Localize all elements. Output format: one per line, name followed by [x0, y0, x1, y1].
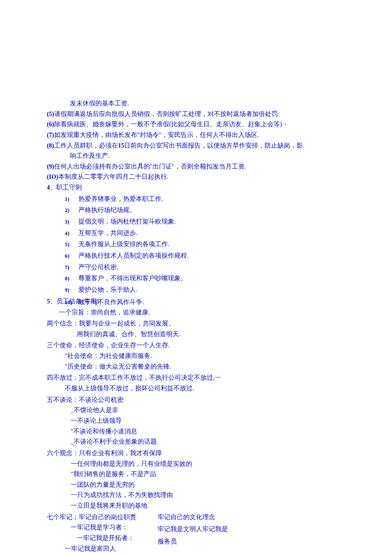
- item-5-continuation: 发未休假的基本工资.: [47, 98, 345, 109]
- rule-item: 7)严守公司机密.: [65, 262, 345, 273]
- rule-item: 4)互帮互学，共同进步.: [65, 228, 345, 238]
- motto-5: 五不谈论：不谈论公司机密 _不馔论他人是非 一不谈论上级领导 "不谈论和传播小道…: [47, 395, 345, 447]
- item-6: (6) 除看病就医、婚丧嫁娶外，一般不予准假(比如父母生日、走亲访友、赶集上会等…: [47, 119, 345, 130]
- item-text: 工作人员群职，必须在15日前向办公室写出书面报告，以便场方早作安排，防止缺岗，影: [54, 140, 345, 151]
- section-4-heading: 4 、 职工守则: [47, 182, 345, 193]
- item-text: 本制度从二零零六年四月二十日起执行.: [58, 171, 345, 182]
- section-sep: 、: [50, 182, 56, 193]
- section-5-heading: 5 、 员工信条(常用): [47, 296, 99, 307]
- item-9: (9) 任何人出场必须持有办公室出具的"出门证"，否则全额扣发当月工资.: [47, 161, 345, 172]
- item-text: 任何人出场必须持有办公室出具的"出门证"，否则全额扣发当月工资.: [54, 161, 345, 172]
- motto-6: 六个观念：只有企业有利润，我才有保障 一任何理由都是无理的，只有业绩是实效的 "…: [47, 448, 345, 511]
- rule-item: 6)严格执行技术人员制定的各项操作规程.: [65, 250, 345, 261]
- section-5-overlap: 10) 敢于与不良作风作斗争. 5 、 员工信条(常用): [47, 296, 345, 306]
- motto-3: 三个使命，经济使命，企业生存一个人生存. "社会使命：为社会健康而服务. "历史…: [47, 340, 345, 372]
- rule-item: 5)无条件服从上级安排的各项工作.: [65, 239, 345, 250]
- item-num: (5): [47, 109, 54, 119]
- section-title: 职工守则: [56, 182, 82, 193]
- motto-2: 两个信念：我要与企业一起成长，共同发展。 用我们的真诚、合作、智慧创造明天.: [47, 318, 345, 339]
- item-10: (IO) 本制度从二零零六年四月二十日起执行.: [47, 171, 345, 182]
- section-num: 4: [47, 182, 50, 193]
- motto-1: 一个宗旨：崇尚自然，追求健康.: [47, 307, 345, 318]
- item-8-cont: 响工作及生产.: [47, 151, 345, 161]
- item-num: (8): [47, 140, 54, 151]
- rule-item: 3)提倡文明，场内杜绝打架斗欧现象.: [65, 216, 345, 227]
- item-5: (5) 请假期满返场后应向批假人员销假，否则按旷工处理，对不按时返场者加倍处罚.: [47, 109, 345, 119]
- item-num: (7): [47, 130, 54, 140]
- item-text: 如发现重大疫情，由场长发布"封场令"，安民告示，任何人不得出入场区.: [54, 130, 345, 140]
- rule-item: 1)热爱养猪事业，热爱本职工作.: [65, 194, 345, 204]
- item-num: (9): [47, 161, 54, 172]
- rule-item: 9)爱护公物，乐于助人.: [65, 285, 345, 295]
- item-7: (7) 如发现重大疫情，由场长发布"封场令"，安民告示，任何人不得出入场区.: [47, 130, 345, 140]
- item-num: (6): [47, 119, 54, 130]
- item-text: 请假期满返场后应向批假人员销假，否则按旷工处理，对不按时返场者加倍处罚.: [54, 109, 345, 119]
- rule-item: 2)严格执行场纪场规。: [65, 205, 345, 215]
- motto-4: 四不放过：完不成本职工作不放过，不执行公司决定不放过,一 不服从上级领导不放过，…: [47, 372, 345, 393]
- rules-list: 1)热爱养猪事业，热爱本职工作. 2)严格执行场纪场规。 3)提倡文明，场内杜绝…: [47, 194, 345, 295]
- item-num: (IO): [47, 171, 58, 182]
- item-text: 除看病就医、婚丧嫁娶外，一般不予准假(比如父母生日、走亲访友、赶集上会等)・: [54, 119, 345, 130]
- motto-7: 七个牢记；牢记自己的岗位职责 一牢记我是学习者： 一牢记我是开拓者： 一牢记我是…: [47, 512, 345, 554]
- item-8: (8) 工作人员群职，必须在15日前向办公室写出书面报告，以便场方早作安排，防止…: [47, 140, 345, 161]
- motto-7-right: 牢记自己的文化理念 牢记我是文明人牢记我是 服务员: [158, 512, 228, 549]
- rule-item: 8)尊重客户，不得出现和客户吵嘴现象。: [65, 273, 345, 284]
